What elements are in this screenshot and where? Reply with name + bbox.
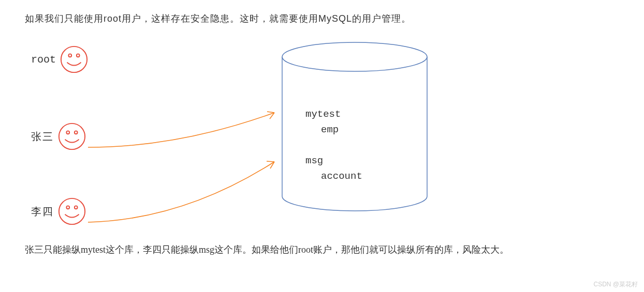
watermark-text: CSDN @菜花籽 xyxy=(593,280,638,289)
database-cylinder: mytest emp msg account xyxy=(280,41,430,212)
cylinder-icon xyxy=(280,41,430,212)
svg-point-8 xyxy=(75,206,78,209)
arrow-zhangsan-mytest xyxy=(85,103,282,155)
user-lisi-row: 李四 xyxy=(31,196,87,226)
db1-table: emp xyxy=(321,124,339,135)
svg-point-0 xyxy=(61,47,87,72)
intro-paragraph: 如果我们只能使用root用户，这样存在安全隐患。这时，就需要使用MySQL的用户… xyxy=(25,12,411,25)
user-lisi-label: 李四 xyxy=(31,205,54,219)
conclusion-paragraph: 张三只能操纵mytest这个库，李四只能操纵msg这个库。如果给他们root账户… xyxy=(25,243,568,257)
arrow-lisi-msg xyxy=(85,152,282,227)
smiley-icon xyxy=(57,196,87,226)
svg-point-9 xyxy=(282,42,427,71)
user-root-label: root xyxy=(31,54,56,66)
user-root-row: root xyxy=(31,44,89,74)
svg-point-3 xyxy=(59,124,85,149)
db2-table: account xyxy=(321,171,362,182)
svg-point-2 xyxy=(77,54,80,57)
user-zhangsan-row: 张三 xyxy=(31,121,87,151)
svg-point-6 xyxy=(59,198,85,224)
svg-point-7 xyxy=(66,206,69,209)
db1-name: mytest xyxy=(305,109,341,120)
smiley-icon xyxy=(59,44,89,74)
smiley-icon xyxy=(57,121,87,151)
user-zhangsan-label: 张三 xyxy=(31,130,54,144)
svg-point-5 xyxy=(75,131,78,134)
svg-point-1 xyxy=(68,54,71,57)
db2-name: msg xyxy=(305,155,323,166)
svg-point-4 xyxy=(66,131,69,134)
